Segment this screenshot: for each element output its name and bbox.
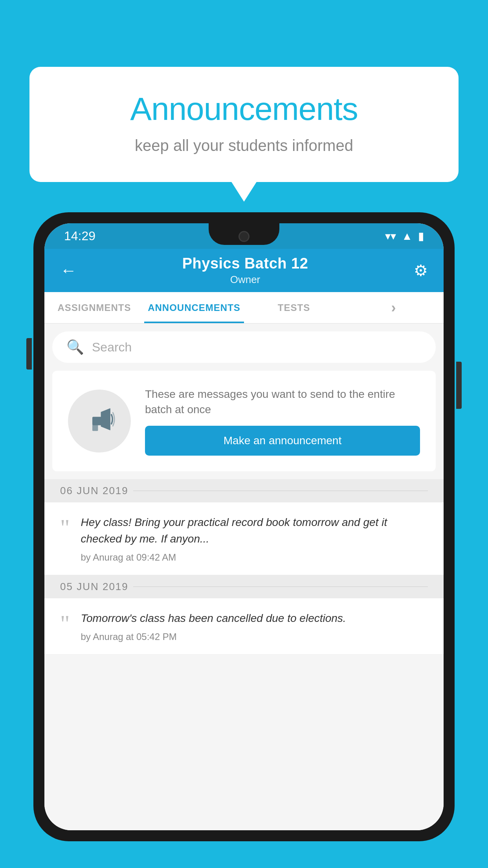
announcement-meta-1: by Anurag at 09:42 AM bbox=[81, 552, 428, 563]
date-line-1 bbox=[133, 491, 428, 491]
batch-title: Physics Batch 12 bbox=[182, 255, 308, 272]
quote-icon-2: " bbox=[60, 612, 70, 635]
phone-mockup: 14:29 ▾▾ ▲ ▮ ← Physics Batch 12 Owner ⚙ bbox=[33, 212, 455, 868]
tab-assignments[interactable]: ASSIGNMENTS bbox=[44, 292, 144, 323]
quote-icon-1: " bbox=[60, 516, 70, 539]
signal-icon: ▲ bbox=[402, 230, 413, 243]
status-icons: ▾▾ ▲ ▮ bbox=[385, 230, 424, 243]
settings-button[interactable]: ⚙ bbox=[414, 261, 428, 280]
search-icon: 🔍 bbox=[66, 339, 84, 355]
announcement-content-1: Hey class! Bring your practical record b… bbox=[81, 514, 428, 563]
speech-bubble-section: Announcements keep all your students inf… bbox=[29, 67, 459, 182]
search-placeholder: Search bbox=[92, 340, 132, 355]
speech-bubble-card: Announcements keep all your students inf… bbox=[29, 67, 459, 182]
date-divider-2: 05 JUN 2019 bbox=[44, 575, 444, 598]
app-header: ← Physics Batch 12 Owner ⚙ bbox=[44, 249, 444, 292]
date-label-1: 06 JUN 2019 bbox=[60, 485, 128, 497]
announcement-prompt: These are messages you want to send to t… bbox=[52, 371, 436, 471]
search-bar[interactable]: 🔍 Search bbox=[52, 331, 436, 363]
prompt-description: These are messages you want to send to t… bbox=[145, 386, 420, 417]
date-line-2 bbox=[133, 587, 428, 587]
prompt-right: These are messages you want to send to t… bbox=[145, 386, 420, 456]
announcement-text-1: Hey class! Bring your practical record b… bbox=[81, 514, 428, 547]
date-divider-1: 06 JUN 2019 bbox=[44, 479, 444, 502]
announcement-text-2: Tomorrow's class has been cancelled due … bbox=[81, 610, 428, 627]
batch-role: Owner bbox=[182, 274, 308, 286]
announcement-item-1[interactable]: " Hey class! Bring your practical record… bbox=[44, 502, 444, 575]
megaphone-circle bbox=[68, 390, 131, 452]
tabs-bar: ASSIGNMENTS ANNOUNCEMENTS TESTS › bbox=[44, 292, 444, 324]
phone-screen: 14:29 ▾▾ ▲ ▮ ← Physics Batch 12 Owner ⚙ bbox=[44, 223, 444, 830]
content-area: 🔍 Search bbox=[44, 324, 444, 830]
phone-outer: 14:29 ▾▾ ▲ ▮ ← Physics Batch 12 Owner ⚙ bbox=[33, 212, 455, 841]
speech-bubble-subtitle: keep all your students informed bbox=[61, 137, 427, 154]
speech-bubble-title: Announcements bbox=[61, 90, 427, 127]
phone-camera bbox=[238, 231, 250, 242]
battery-icon: ▮ bbox=[418, 230, 424, 243]
back-button[interactable]: ← bbox=[60, 262, 77, 279]
wifi-icon: ▾▾ bbox=[385, 230, 396, 243]
svg-rect-0 bbox=[92, 417, 101, 425]
svg-rect-1 bbox=[92, 425, 98, 431]
header-center: Physics Batch 12 Owner bbox=[182, 255, 308, 286]
megaphone-icon bbox=[82, 403, 117, 439]
date-label-2: 05 JUN 2019 bbox=[60, 581, 128, 593]
tab-announcements[interactable]: ANNOUNCEMENTS bbox=[144, 292, 244, 323]
announcement-content-2: Tomorrow's class has been cancelled due … bbox=[81, 610, 428, 642]
tab-more[interactable]: › bbox=[344, 292, 444, 323]
status-time: 14:29 bbox=[64, 229, 95, 243]
phone-notch bbox=[209, 223, 279, 245]
make-announcement-button[interactable]: Make an announcement bbox=[145, 426, 420, 456]
announcement-item-2[interactable]: " Tomorrow's class has been cancelled du… bbox=[44, 598, 444, 655]
announcement-meta-2: by Anurag at 05:42 PM bbox=[81, 631, 428, 642]
tab-tests[interactable]: TESTS bbox=[244, 292, 344, 323]
